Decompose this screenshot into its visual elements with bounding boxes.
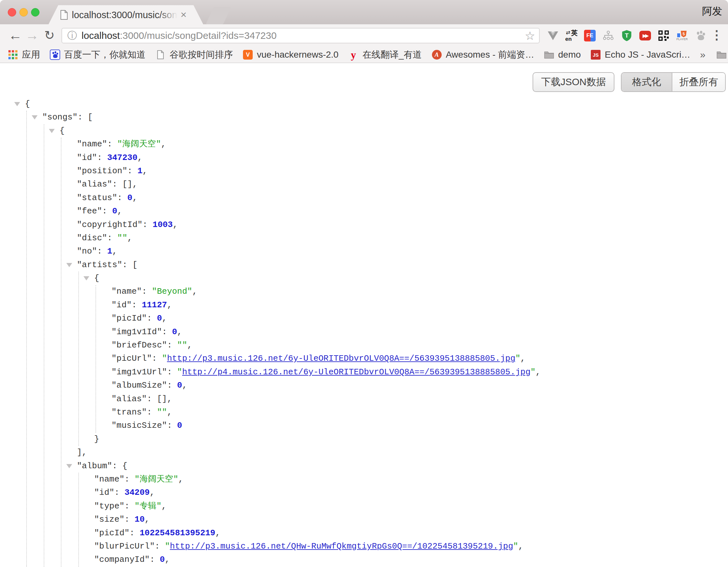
json-key: "status" — [77, 193, 117, 203]
download-json-button[interactable]: 下载JSON数据 — [533, 72, 614, 92]
json-key: "position" — [77, 166, 127, 176]
json-punctuation: , — [142, 166, 148, 176]
minimize-window-button[interactable] — [19, 8, 28, 17]
json-punctuation: ], — [77, 448, 87, 457]
tab-close-icon[interactable]: × — [181, 5, 187, 24]
json-punctuation: , — [167, 407, 172, 417]
new-tab-button[interactable] — [206, 7, 231, 24]
titlebar: localhost:3000/music/songDet × 阿发 — [0, 0, 728, 24]
collapse-arrow-icon[interactable] — [66, 464, 72, 468]
json-row: "picId": 0, — [0, 312, 728, 325]
fe-icon[interactable]: FE — [584, 29, 596, 42]
json-row: "album": { — [0, 460, 728, 473]
json-punctuation: , — [162, 314, 167, 323]
json-punctuation: " — [177, 367, 182, 377]
collapse-arrow-icon[interactable] — [49, 129, 55, 133]
browser-toolbar: ← → ↻ ⓘ localhost:3000/music/songDetail?… — [0, 24, 728, 47]
chrome-menu-icon[interactable]: ⋮ — [711, 24, 723, 47]
json-row: { — [0, 97, 728, 111]
address-bar[interactable]: ⓘ localhost:3000/music/songDetail?ids=34… — [61, 28, 540, 43]
close-window-button[interactable] — [8, 8, 16, 17]
json-number: 347230 — [107, 153, 138, 162]
bookmark-item[interactable]: y在线翻译_有道 — [348, 49, 422, 61]
tampermonkey-icon[interactable]: T — [621, 29, 633, 42]
json-punctuation: , — [165, 555, 170, 564]
qrcode-icon[interactable] — [657, 29, 670, 42]
json-row: ], — [0, 446, 728, 459]
format-button[interactable]: 格式化 — [622, 73, 672, 91]
json-row: "id": 11127, — [0, 299, 728, 312]
bookmark-item[interactable]: 谷歌按时间排序 — [155, 49, 233, 61]
json-row: "alias": [], — [0, 178, 728, 191]
json-punctuation: : — [117, 193, 127, 203]
collapse-arrow-icon[interactable] — [14, 102, 20, 106]
bookmark-item[interactable]: Vvue-hackernews-2.0 — [243, 50, 338, 60]
bookmark-star-icon[interactable]: ☆ — [525, 29, 535, 43]
json-string: "" — [177, 340, 187, 350]
json-row: "id": 347230, — [0, 151, 728, 164]
awesomes-a-icon: A — [432, 50, 442, 60]
html5-player-icon[interactable]: 5PLAYER — [676, 29, 688, 42]
json-key: "picId" — [112, 314, 147, 323]
paw-icon[interactable] — [694, 29, 707, 42]
collapse-arrow-icon[interactable] — [66, 263, 72, 267]
json-punctuation: , — [138, 153, 143, 162]
page-favicon-icon — [60, 10, 68, 21]
translate-icon[interactable]: 英en⇄ — [565, 29, 578, 42]
json-punctuation: { — [25, 99, 30, 109]
bookmarks-overflow-chevron[interactable]: » — [700, 49, 706, 60]
bookmark-item[interactable]: demo — [544, 50, 581, 60]
json-url-link[interactable]: http://p4.music.126.net/6y-UleORITEDbvrO… — [182, 367, 531, 377]
json-url-link[interactable]: http://p3.music.126.net/6y-UleORITEDbvrO… — [167, 354, 515, 363]
json-punctuation: , — [177, 327, 182, 337]
bookmark-item[interactable]: JSEcho JS - JavaScri… — [590, 50, 690, 60]
json-row: "type": "专辑", — [0, 500, 728, 513]
bookmark-label: 百度一下，你就知道 — [64, 49, 146, 61]
json-key: "no" — [77, 246, 97, 256]
json-key: "copyrightId" — [77, 220, 143, 229]
json-punctuation: : [], — [112, 179, 138, 189]
json-punctuation: : — [125, 501, 135, 511]
json-punctuation: : — [167, 340, 177, 350]
json-punctuation: , — [187, 340, 193, 350]
json-key: "picId" — [94, 528, 129, 538]
json-punctuation: : — [97, 153, 107, 162]
reload-button[interactable]: ↻ — [41, 24, 58, 47]
page-info-icon[interactable]: ⓘ — [67, 29, 77, 42]
browser-window: localhost:3000/music/songDet × 阿发 ← → ↻ … — [0, 0, 728, 568]
json-number: 11127 — [142, 300, 167, 310]
folder-icon — [544, 50, 554, 60]
json-punctuation: , — [518, 541, 524, 551]
fastforward-icon[interactable]: ▶▶ — [639, 29, 651, 42]
sitemap-icon[interactable] — [602, 29, 614, 42]
profile-name[interactable]: 阿发 — [702, 5, 722, 18]
collapse-all-button[interactable]: 折叠所有 — [672, 73, 725, 91]
svg-text:5: 5 — [683, 32, 685, 36]
vue-icon[interactable] — [547, 29, 559, 42]
bookmark-item[interactable]: AAwesomes - 前端资… — [432, 49, 534, 61]
baidu-paw-icon — [50, 50, 60, 60]
json-number: 0 — [160, 555, 165, 564]
json-punctuation: : — [114, 488, 124, 497]
zoom-window-button[interactable] — [31, 8, 39, 17]
other-bookmarks-folder[interactable]: 其他书签 — [716, 49, 728, 61]
json-row: "name": "Beyond", — [0, 285, 728, 298]
collapse-arrow-icon[interactable] — [32, 115, 38, 119]
json-number: 1 — [107, 246, 112, 256]
bookmark-label: 在线翻译_有道 — [362, 49, 422, 61]
json-string: "海阔天空" — [135, 474, 178, 484]
browser-tab[interactable]: localhost:3000/music/songDet × — [49, 5, 203, 24]
json-key: "disc" — [77, 233, 107, 243]
json-url-link[interactable]: http://p3.music.126.net/QHw-RuMwfQkmgtiy… — [170, 541, 513, 551]
json-row: "position": 1, — [0, 164, 728, 178]
bookmark-item[interactable]: 百度一下，你就知道 — [50, 49, 146, 61]
json-string: "" — [117, 233, 127, 243]
json-row: "copyrightId": 1003, — [0, 218, 728, 231]
forward-button[interactable]: → — [24, 24, 40, 47]
collapse-arrow-icon[interactable] — [83, 276, 89, 280]
json-row: "artists": [ — [0, 258, 728, 272]
json-row: "img1v1Url": "http://p4.music.126.net/6y… — [0, 366, 728, 379]
back-button[interactable]: ← — [7, 24, 23, 47]
bookmark-item[interactable]: 应用 — [8, 49, 40, 61]
youdao-y-icon: y — [348, 50, 358, 60]
